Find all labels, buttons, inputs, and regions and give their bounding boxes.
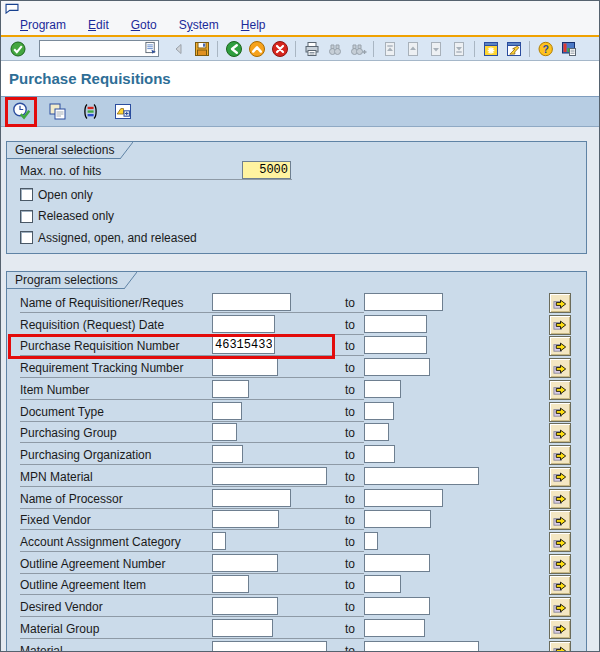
from-field[interactable] [212,402,242,420]
from-field[interactable] [212,293,291,311]
to-field[interactable] [364,315,427,333]
back-icon[interactable] [222,38,245,60]
selection-row-label: Purchase Requisition Number [20,339,179,353]
customize-icon[interactable] [557,38,580,60]
command-list-icon[interactable] [145,41,158,57]
to-field[interactable] [364,510,431,528]
from-field[interactable] [212,336,275,354]
menu-item-program[interactable]: Program [9,17,77,33]
from-field[interactable] [212,510,279,528]
selection-row-label: Outline Agreement Number [20,557,165,571]
to-field[interactable] [364,554,430,572]
multiple-selection-button[interactable] [549,554,571,574]
page-up-icon[interactable] [401,38,424,60]
print-icon[interactable] [300,38,323,60]
command-input[interactable] [40,42,145,55]
selection-row: Purchasing Organizationto [7,445,586,467]
general-selections-header: General selections [7,142,120,159]
row-underline [20,486,364,487]
from-field[interactable] [212,315,275,333]
to-field[interactable] [364,619,425,637]
from-field[interactable] [212,532,226,550]
help-icon[interactable]: ? [534,38,557,60]
to-field[interactable] [364,467,479,485]
program-selections-group: Program selections Name of Requisitioner… [6,271,587,652]
new-session-icon[interactable] [479,38,502,60]
to-field[interactable] [364,445,395,463]
multiple-selection-button[interactable] [549,467,571,487]
last-page-icon[interactable] [447,38,470,60]
to-field[interactable] [364,641,479,652]
multiple-selection-button[interactable] [549,336,571,356]
from-field[interactable] [212,554,278,572]
from-field[interactable] [212,597,278,615]
exit-icon[interactable] [245,38,268,60]
cancel-icon[interactable] [268,38,291,60]
find-icon[interactable] [323,38,346,60]
from-field[interactable] [212,489,291,507]
multiple-selection-button[interactable] [549,293,571,313]
from-field[interactable] [212,467,327,485]
from-field[interactable] [212,619,273,637]
shortcut-icon[interactable] [502,38,525,60]
multiple-selection-button[interactable] [549,402,571,422]
dynamic-selections-icon[interactable] [110,100,136,124]
multiple-selection-button[interactable] [549,423,571,443]
multiple-selection-button[interactable] [549,641,571,652]
enter-icon[interactable] [6,38,29,60]
get-variant-icon[interactable] [44,100,70,124]
find-next-icon[interactable] [346,38,369,60]
menu-item-help[interactable]: Help [230,17,277,33]
selection-screen: General selections Max. no. of hits Open… [1,127,599,652]
page-down-icon[interactable] [424,38,447,60]
to-label: to [345,470,355,484]
checkbox-assigned-open-and-released[interactable] [20,231,33,244]
selection-row-label: Requirement Tracking Number [20,361,183,375]
menu-item-edit[interactable]: Edit [77,17,120,33]
execute-icon[interactable] [8,100,34,124]
menu-item-goto[interactable]: Goto [120,17,168,33]
multiple-selection-button[interactable] [549,597,571,617]
to-label: to [345,600,355,614]
multiple-selection-button[interactable] [549,445,571,465]
from-field[interactable] [212,380,249,398]
to-field[interactable] [364,532,378,550]
from-field[interactable] [212,358,278,376]
from-field[interactable] [212,641,327,652]
checkbox-open-only[interactable] [20,188,33,201]
selection-row: Account Assignment Categoryto [7,532,586,554]
multiple-selection-button[interactable] [549,532,571,552]
to-field[interactable] [364,575,401,593]
command-history-icon[interactable] [167,38,190,60]
to-label: to [345,448,355,462]
from-field[interactable] [212,575,249,593]
menu-item-system[interactable]: System [168,17,230,33]
selection-row-label: Outline Agreement Item [20,578,146,592]
row-underline [20,551,364,552]
to-field[interactable] [364,380,401,398]
from-field[interactable] [212,445,243,463]
max-hits-field[interactable] [242,161,291,179]
selection-row-label: Name of Processor [20,492,123,506]
multiple-selection-button[interactable] [549,358,571,378]
first-page-icon[interactable] [378,38,401,60]
selection-row-label: Desired Vendor [20,600,103,614]
multiple-selection-button[interactable] [549,619,571,639]
to-field[interactable] [364,336,427,354]
to-field[interactable] [364,489,443,507]
from-field[interactable] [212,423,237,441]
multiple-selection-button[interactable] [549,510,571,530]
multiple-selection-button[interactable] [549,489,571,509]
to-field[interactable] [364,402,394,420]
to-field[interactable] [364,358,430,376]
to-field[interactable] [364,597,430,615]
multiple-selection-button[interactable] [549,380,571,400]
selection-row-label: Item Number [20,383,89,397]
multiple-selection-button[interactable] [549,315,571,335]
checkbox-released-only[interactable] [20,210,33,223]
to-field[interactable] [364,423,389,441]
to-field[interactable] [364,293,443,311]
save-icon[interactable] [190,38,213,60]
selection-options-icon[interactable] [77,100,103,124]
multiple-selection-button[interactable] [549,575,571,595]
